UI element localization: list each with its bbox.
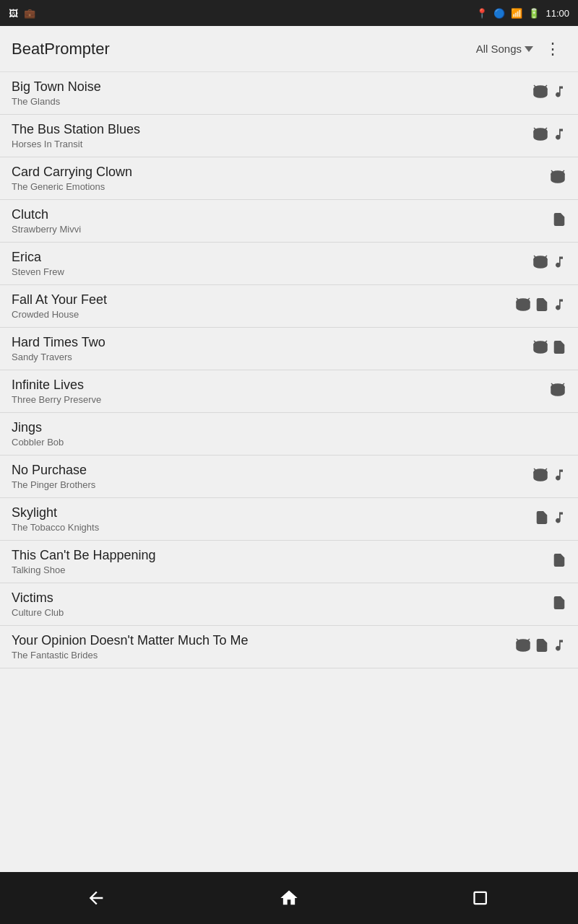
- song-artist: Strawberry Mivvi: [12, 224, 552, 235]
- svg-line-1: [534, 85, 536, 87]
- status-bar: 🖼 💼 📍 🔵 📶 🔋 11:00: [0, 0, 578, 26]
- app-title: BeatPrompter: [12, 40, 110, 58]
- song-info: VictimsCulture Club: [12, 590, 552, 618]
- song-icons: [552, 552, 566, 572]
- song-icons: [552, 211, 566, 231]
- song-info: Big Town NoiseThe Glands: [12, 79, 532, 107]
- svg-line-7: [551, 170, 553, 173]
- list-item[interactable]: VictimsCulture Club: [0, 583, 578, 626]
- song-artist: Horses In Transit: [12, 139, 532, 149]
- song-icons: [532, 339, 566, 359]
- drum-icon: [514, 637, 532, 657]
- song-info: Card Carrying ClownThe Generic Emotions: [12, 165, 549, 192]
- list-item[interactable]: This Can't Be HappeningTalking Shoe: [0, 541, 578, 583]
- list-item[interactable]: Hard Times TwoSandy Travers: [0, 328, 578, 370]
- svg-line-44: [527, 639, 530, 641]
- list-item[interactable]: JingsCobbler Bob: [0, 413, 578, 456]
- svg-line-2: [545, 85, 547, 87]
- song-info: This Can't Be HappeningTalking Shoe: [12, 548, 552, 575]
- song-info: Your Opinion Doesn't Matter Much To MeTh…: [12, 633, 514, 661]
- svg-rect-48: [474, 892, 486, 904]
- song-icons: [532, 126, 566, 146]
- clock: 11:00: [545, 8, 569, 19]
- song-icons: [514, 296, 566, 316]
- nav-bar: [0, 872, 578, 924]
- song-artist: The Tobacco Knights: [12, 522, 535, 533]
- document-icon: [535, 637, 549, 657]
- back-button[interactable]: [67, 881, 125, 915]
- song-artist: Culture Club: [12, 607, 552, 618]
- document-icon: [552, 552, 566, 572]
- svg-line-43: [517, 639, 519, 641]
- recents-button[interactable]: [453, 881, 511, 915]
- drum-icon: [549, 168, 566, 188]
- music-note-icon: [552, 510, 566, 528]
- song-artist: Sandy Travers: [12, 352, 532, 362]
- song-artist: The Glands: [12, 96, 532, 107]
- song-icons: [535, 509, 566, 529]
- bluetooth-icon: 🔵: [493, 8, 505, 19]
- svg-line-23: [545, 341, 547, 343]
- song-info: Fall At Your FeetCrowded House: [12, 292, 514, 320]
- list-item[interactable]: ClutchStrawberry Mivvi: [0, 200, 578, 243]
- svg-line-4: [534, 128, 536, 130]
- drum-icon: [532, 83, 549, 103]
- list-item[interactable]: The Bus Station BluesHorses In Transit: [0, 115, 578, 157]
- svg-line-17: [527, 298, 530, 300]
- song-title: Clutch: [12, 207, 552, 222]
- song-title: Fall At Your Feet: [12, 292, 514, 308]
- song-title: Your Opinion Doesn't Matter Much To Me: [12, 633, 514, 648]
- list-item[interactable]: EricaSteven Frew: [0, 243, 578, 285]
- music-note-icon: [552, 297, 566, 315]
- song-artist: Steven Frew: [12, 266, 532, 277]
- filter-label: All Songs: [476, 43, 522, 55]
- song-info: ClutchStrawberry Mivvi: [12, 207, 552, 235]
- location-icon: 📍: [476, 8, 488, 19]
- song-info: No PurchaseThe Pinger Brothers: [12, 463, 532, 490]
- song-title: Hard Times Two: [12, 335, 532, 350]
- drum-icon: [532, 253, 549, 274]
- filter-button[interactable]: All Songs: [476, 43, 533, 55]
- battery-icon: 🔋: [528, 8, 540, 19]
- home-button[interactable]: [260, 881, 318, 915]
- list-item[interactable]: Your Opinion Doesn't Matter Much To MeTh…: [0, 626, 578, 668]
- status-bar-right: 📍 🔵 📶 🔋 11:00: [476, 8, 569, 19]
- song-title: Victims: [12, 590, 552, 606]
- svg-line-13: [534, 256, 536, 258]
- list-item[interactable]: Fall At Your FeetCrowded House: [0, 285, 578, 328]
- list-item[interactable]: Big Town NoiseThe Glands: [0, 72, 578, 115]
- svg-line-28: [551, 383, 553, 385]
- svg-line-14: [545, 256, 547, 258]
- song-artist: Cobbler Bob: [12, 437, 566, 448]
- drum-icon: [532, 126, 549, 146]
- song-title: This Can't Be Happening: [12, 548, 552, 563]
- list-item[interactable]: Infinite LivesThree Berry Preserve: [0, 370, 578, 413]
- photo-icon: 🖼: [9, 8, 18, 19]
- list-item[interactable]: No PurchaseThe Pinger Brothers: [0, 456, 578, 498]
- svg-line-5: [545, 128, 547, 130]
- song-icons: [549, 381, 566, 401]
- list-item[interactable]: SkylightThe Tobacco Knights: [0, 498, 578, 541]
- song-title: No Purchase: [12, 463, 532, 478]
- svg-line-16: [517, 298, 519, 300]
- svg-line-8: [562, 170, 564, 173]
- drum-icon: [532, 466, 549, 487]
- document-icon: [552, 211, 566, 231]
- song-info: SkylightThe Tobacco Knights: [12, 505, 535, 533]
- list-item[interactable]: Card Carrying ClownThe Generic Emotions: [0, 157, 578, 200]
- song-icons: [514, 637, 566, 657]
- song-artist: Talking Shoe: [12, 565, 552, 575]
- song-title: Jings: [12, 420, 566, 435]
- song-info: The Bus Station BluesHorses In Transit: [12, 122, 532, 149]
- song-title: The Bus Station Blues: [12, 122, 532, 137]
- app-bar-actions: All Songs ⋮: [476, 37, 566, 61]
- drum-icon: [549, 381, 566, 401]
- music-note-icon: [552, 84, 566, 102]
- drum-icon: [514, 296, 532, 316]
- song-title: Skylight: [12, 505, 535, 520]
- song-info: EricaSteven Frew: [12, 250, 532, 277]
- status-bar-left: 🖼 💼: [9, 8, 35, 19]
- more-menu-button[interactable]: ⋮: [539, 37, 566, 61]
- music-note-icon: [552, 468, 566, 485]
- svg-line-29: [562, 383, 564, 385]
